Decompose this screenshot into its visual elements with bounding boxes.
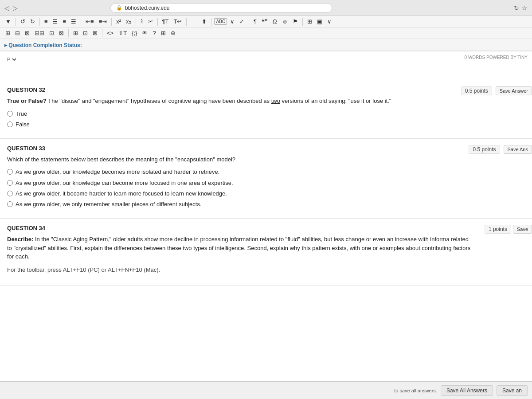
outdent-btn[interactable]: ⇤≡ <box>84 17 96 26</box>
quote-btn[interactable]: ❝❞ <box>260 17 270 26</box>
hr-btn[interactable]: — <box>189 17 199 26</box>
undo-btn[interactable]: ↺ <box>19 17 27 26</box>
special-char-btn[interactable]: Ω <box>271 17 279 26</box>
sep6 <box>157 18 158 26</box>
text-editor-area[interactable]: P 0 WORDS POWERED BY TINY <box>0 51 532 80</box>
clear-format-btn[interactable]: T↩ <box>172 17 184 26</box>
sep1 <box>16 18 16 26</box>
save-an-btn[interactable]: Save an <box>497 385 528 396</box>
bookmark-btn[interactable]: ☆ <box>522 4 528 12</box>
table7-btn[interactable]: ⊞ <box>71 29 80 37</box>
check-btn[interactable]: ✓ <box>238 17 246 26</box>
table4-btn[interactable]: ⊞⊞ <box>33 29 46 37</box>
grid3-arrow[interactable]: ∨ <box>325 17 333 26</box>
flag-btn[interactable]: ⚑ <box>291 17 300 26</box>
link-btn[interactable]: ⌇ <box>139 17 145 26</box>
question-33-points-area: 0.5 points Save Ans <box>469 145 532 154</box>
preview-btn[interactable]: 👁 <box>140 29 149 37</box>
forward-btn[interactable]: ▷ <box>13 4 18 12</box>
upload-btn[interactable]: ⬆ <box>200 17 208 26</box>
question-33-save-btn[interactable]: Save Ans <box>504 145 532 154</box>
grid-btn[interactable]: ⊞ <box>305 17 314 26</box>
question-34-describe-label: Describe: <box>7 236 33 243</box>
sep2 <box>39 18 40 26</box>
table5-btn[interactable]: ⊡ <box>47 29 56 37</box>
question-32-number: QUESTION 32 <box>7 86 45 93</box>
question-33-option-d[interactable]: As we grow older, we only remember small… <box>7 200 525 208</box>
q33-a-label: As we grow older, our knowledge becomes … <box>16 168 219 176</box>
question-33-text: Which of the statements below best descr… <box>7 155 525 164</box>
q33-a-radio[interactable] <box>7 169 13 175</box>
refresh-btn[interactable]: ↻ <box>514 4 519 12</box>
spellcheck-btn[interactable]: ABC <box>214 18 227 25</box>
bottom-toolbar: to save all answers. Save All Answers Sa… <box>0 381 532 399</box>
paragraph2-btn[interactable]: ¶ <box>252 17 258 26</box>
question-32-option-true[interactable]: True <box>7 110 525 118</box>
code-btn[interactable]: <> <box>105 29 115 37</box>
redo-btn[interactable]: ↻ <box>28 17 37 26</box>
table8-btn[interactable]: ⊡ <box>81 29 90 37</box>
question-33-option-b[interactable]: As we grow older, our knowledge can beco… <box>7 179 525 187</box>
question-33-option-c[interactable]: As we grow older, it become harder to le… <box>7 190 525 198</box>
fullscreen-btn[interactable]: ⊞ <box>159 29 168 37</box>
table1-btn[interactable]: ⊞ <box>4 29 12 37</box>
toolbar-row1: ▼ ↺ ↻ ≡ ☰ ≡ ☰ ⇤≡ ≡⇥ x² x₂ ⌇ ✂ ¶T T↩ — ⬆ … <box>0 16 532 27</box>
question-33-number: QUESTION 33 <box>7 145 45 152</box>
spellcheck-arrow[interactable]: ∨ <box>228 17 236 26</box>
css-btn[interactable]: {;} <box>130 29 139 37</box>
grid2-btn[interactable]: ▣ <box>315 17 324 26</box>
question-32-block: QUESTION 32 0.5 points Save Answer True … <box>0 80 532 139</box>
question-34-save-btn[interactable]: Save <box>513 225 532 234</box>
main-content: P 0 WORDS POWERED BY TINY QUESTION 32 0.… <box>0 51 532 388</box>
dropdown-btn[interactable]: ▼ <box>4 17 13 26</box>
editor-container: ▼ ↺ ↻ ≡ ☰ ≡ ☰ ⇤≡ ≡⇥ x² x₂ ⌇ ✂ ¶T T↩ — ⬆ … <box>0 16 532 388</box>
word-count: 0 WORDS POWERED BY TINY <box>465 55 528 60</box>
unlink-btn[interactable]: ✂ <box>146 17 155 26</box>
question-32-underline: two <box>271 98 280 104</box>
sep10 <box>302 18 303 26</box>
question-32-save-btn[interactable]: Save Answer <box>496 86 532 95</box>
q33-c-radio[interactable] <box>7 191 13 196</box>
subscript-btn[interactable]: x₂ <box>124 17 133 26</box>
back-btn[interactable]: ◁ <box>4 4 9 12</box>
q33-d-radio[interactable] <box>7 201 13 207</box>
align-left-btn[interactable]: ≡ <box>43 17 50 26</box>
indent-btn[interactable]: ≡⇥ <box>97 17 109 26</box>
help-btn[interactable]: ? <box>151 29 157 37</box>
table6-btn[interactable]: ⊠ <box>57 29 66 37</box>
address-bar[interactable]: 🔒 bbhosted.cuny.edu <box>110 3 332 13</box>
question-32-option-false[interactable]: False <box>7 121 525 129</box>
sep9 <box>249 18 249 26</box>
save-all-answers-btn[interactable]: Save All Answers <box>441 385 493 396</box>
question-33-points: 0.5 points <box>469 145 500 154</box>
plus-btn[interactable]: ⊕ <box>169 29 177 37</box>
table3-btn[interactable]: ⊠ <box>23 29 31 37</box>
q33-b-radio[interactable] <box>7 180 13 186</box>
question-34-header: QUESTION 34 1 points Save <box>7 225 474 231</box>
sep8 <box>211 18 211 26</box>
q32-true-radio[interactable] <box>7 111 13 117</box>
format-select[interactable]: P <box>5 56 18 63</box>
q33-c-label: As we grow older, it become harder to le… <box>16 190 227 198</box>
q32-false-label: False <box>16 121 30 129</box>
question-33-option-a[interactable]: As we grow older, our knowledge becomes … <box>7 168 525 176</box>
justify-btn[interactable]: ☰ <box>69 17 78 26</box>
text-editor-input[interactable] <box>5 63 527 76</box>
q32-false-radio[interactable] <box>7 121 13 127</box>
table9-btn[interactable]: ⊠ <box>91 29 99 37</box>
browser-icons: ↻ ☆ <box>514 4 528 12</box>
toolbar-row2: ⊞ ⊟ ⊠ ⊞⊞ ⊡ ⊠ ⊞ ⊡ ⊠ <> ⇧T {;} 👁 ? ⊞ ⊕ <box>0 27 532 39</box>
table2-btn[interactable]: ⊟ <box>13 29 22 37</box>
align-center-btn[interactable]: ☰ <box>51 17 59 26</box>
completion-bar[interactable]: ▸ Question Completion Status: <box>0 39 532 51</box>
question-34-points: 1 points <box>485 225 511 234</box>
sep7 <box>186 18 187 26</box>
superscript-btn[interactable]: x² <box>114 17 123 26</box>
emoji-btn[interactable]: ☺ <box>280 17 289 26</box>
q32-true-label: True <box>16 110 27 118</box>
paragraph-btn[interactable]: ¶T <box>160 17 171 26</box>
font-size-btn[interactable]: ⇧T <box>117 29 129 37</box>
question-33-block: QUESTION 33 0.5 points Save Ans Which of… <box>0 139 532 219</box>
align-right-btn[interactable]: ≡ <box>61 17 68 26</box>
question-32-points-area: 0.5 points Save Answer <box>461 86 532 95</box>
